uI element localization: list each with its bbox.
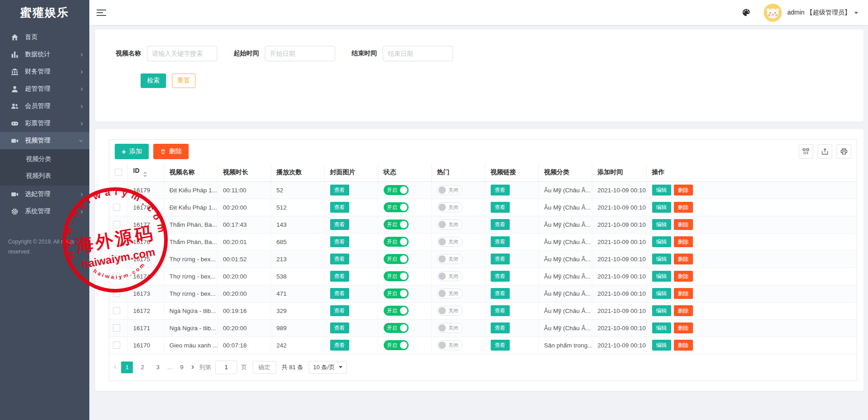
hot-toggle[interactable]: 关闭 xyxy=(437,237,463,247)
sidebar-item-3[interactable]: 超管管理 › xyxy=(0,80,89,98)
view-cover-button[interactable]: 查看 xyxy=(330,202,349,213)
sidebar-item-8[interactable]: 系统管理 › xyxy=(0,203,89,220)
status-toggle[interactable]: 开启 xyxy=(384,185,409,195)
row-checkbox[interactable] xyxy=(113,221,120,228)
edit-button[interactable]: 编辑 xyxy=(652,254,671,264)
print-button[interactable] xyxy=(837,144,851,159)
select-all-checkbox[interactable] xyxy=(115,169,122,176)
delete-button[interactable]: 删除 xyxy=(674,305,693,316)
sidebar-subitem[interactable]: 视频分类 xyxy=(0,151,89,167)
status-toggle[interactable]: 开启 xyxy=(384,220,409,230)
next-page-button[interactable]: › xyxy=(191,362,194,371)
view-link-button[interactable]: 查看 xyxy=(491,288,510,299)
hot-toggle[interactable]: 关闭 xyxy=(437,323,463,333)
view-cover-button[interactable]: 查看 xyxy=(330,288,349,299)
delete-button[interactable]: 删除 xyxy=(674,254,693,264)
theme-palette-icon[interactable] xyxy=(741,8,751,17)
row-checkbox[interactable] xyxy=(113,342,120,349)
view-cover-button[interactable]: 查看 xyxy=(330,185,349,195)
status-toggle[interactable]: 开启 xyxy=(384,323,409,333)
view-link-button[interactable]: 查看 xyxy=(491,254,510,264)
status-toggle[interactable]: 开启 xyxy=(384,202,409,212)
view-link-button[interactable]: 查看 xyxy=(491,219,510,230)
prev-page-button[interactable]: ‹ xyxy=(114,362,117,371)
avatar[interactable] xyxy=(764,4,782,22)
sidebar-item-4[interactable]: 会员管理 › xyxy=(0,98,89,115)
page-button-2[interactable]: 2 xyxy=(137,361,148,373)
row-checkbox[interactable] xyxy=(113,273,120,280)
edit-button[interactable]: 编辑 xyxy=(652,271,671,282)
status-toggle[interactable]: 开启 xyxy=(384,288,409,298)
edit-button[interactable]: 编辑 xyxy=(652,288,671,299)
menu-collapse-icon[interactable] xyxy=(97,8,106,18)
edit-button[interactable]: 编辑 xyxy=(652,305,671,316)
sidebar-item-7[interactable]: 选妃管理 › xyxy=(0,186,89,203)
view-cover-button[interactable]: 查看 xyxy=(330,322,349,333)
edit-button[interactable]: 编辑 xyxy=(652,236,671,247)
delete-button[interactable]: 删除 xyxy=(674,322,693,333)
delete-button[interactable]: 删除 xyxy=(674,219,693,230)
hot-toggle[interactable]: 关闭 xyxy=(437,202,463,212)
per-page-select[interactable]: 10 条/页 xyxy=(309,361,347,374)
row-checkbox[interactable] xyxy=(113,307,120,314)
status-toggle[interactable]: 开启 xyxy=(384,271,409,281)
page-button-9[interactable]: 9 xyxy=(176,361,188,373)
page-button-3[interactable]: 3 xyxy=(152,361,164,373)
delete-button[interactable]: 删除 xyxy=(674,288,693,299)
view-link-button[interactable]: 查看 xyxy=(491,305,510,316)
view-link-button[interactable]: 查看 xyxy=(491,322,510,333)
row-checkbox[interactable] xyxy=(113,324,120,332)
video-name-input[interactable] xyxy=(147,46,217,61)
end-date-input[interactable] xyxy=(383,46,453,61)
view-link-button[interactable]: 查看 xyxy=(491,202,510,213)
user-name[interactable]: admin 【超级管理员】 xyxy=(787,9,851,17)
view-link-button[interactable]: 查看 xyxy=(491,236,510,247)
edit-button[interactable]: 编辑 xyxy=(652,202,671,213)
view-cover-button[interactable]: 查看 xyxy=(330,219,349,230)
status-toggle[interactable]: 开启 xyxy=(384,340,409,350)
view-cover-button[interactable]: 查看 xyxy=(330,236,349,247)
view-cover-button[interactable]: 查看 xyxy=(330,340,349,351)
sidebar-item-0[interactable]: 首页 xyxy=(0,29,89,46)
sidebar-subitem[interactable]: 视频列表 xyxy=(0,167,89,184)
status-toggle[interactable]: 开启 xyxy=(384,306,409,316)
hot-toggle[interactable]: 关闭 xyxy=(437,220,463,230)
edit-button[interactable]: 编辑 xyxy=(652,219,671,230)
columns-filter-button[interactable] xyxy=(799,144,813,159)
batch-delete-button[interactable]: 删除 xyxy=(153,144,189,159)
view-link-button[interactable]: 查看 xyxy=(491,185,510,195)
delete-button[interactable]: 删除 xyxy=(674,185,693,195)
search-button[interactable]: 检索 xyxy=(141,73,166,88)
hot-toggle[interactable]: 关闭 xyxy=(437,306,463,316)
page-button-1[interactable]: 1 xyxy=(121,361,133,373)
status-toggle[interactable]: 开启 xyxy=(384,237,409,247)
sidebar-item-5[interactable]: 彩票管理 › xyxy=(0,115,89,132)
hot-toggle[interactable]: 关闭 xyxy=(437,288,463,298)
row-checkbox[interactable] xyxy=(113,238,120,245)
sidebar-item-1[interactable]: 数据统计 › xyxy=(0,46,89,63)
hot-toggle[interactable]: 关闭 xyxy=(437,254,463,264)
edit-button[interactable]: 编辑 xyxy=(652,322,671,333)
goto-page-input[interactable] xyxy=(215,361,237,374)
delete-button[interactable]: 删除 xyxy=(674,202,693,213)
hot-toggle[interactable]: 关闭 xyxy=(437,271,463,281)
view-cover-button[interactable]: 查看 xyxy=(330,271,349,282)
delete-button[interactable]: 删除 xyxy=(674,340,693,351)
start-date-input[interactable] xyxy=(265,46,335,61)
sidebar-item-2[interactable]: 财务管理 › xyxy=(0,63,89,80)
row-checkbox[interactable] xyxy=(113,255,120,263)
delete-button[interactable]: 删除 xyxy=(674,271,693,282)
row-checkbox[interactable] xyxy=(113,290,120,297)
view-link-button[interactable]: 查看 xyxy=(491,340,510,351)
edit-button[interactable]: 编辑 xyxy=(652,340,671,351)
hot-toggle[interactable]: 关闭 xyxy=(437,185,463,195)
view-link-button[interactable]: 查看 xyxy=(491,271,510,282)
view-cover-button[interactable]: 查看 xyxy=(330,305,349,316)
sidebar-item-6[interactable]: 视频管理 › xyxy=(0,132,89,149)
edit-button[interactable]: 编辑 xyxy=(652,185,671,195)
status-toggle[interactable]: 开启 xyxy=(384,254,409,264)
delete-button[interactable]: 删除 xyxy=(674,236,693,247)
export-button[interactable] xyxy=(818,144,832,159)
reset-button[interactable]: 重置 xyxy=(172,73,195,88)
goto-confirm-button[interactable]: 确定 xyxy=(253,361,276,374)
